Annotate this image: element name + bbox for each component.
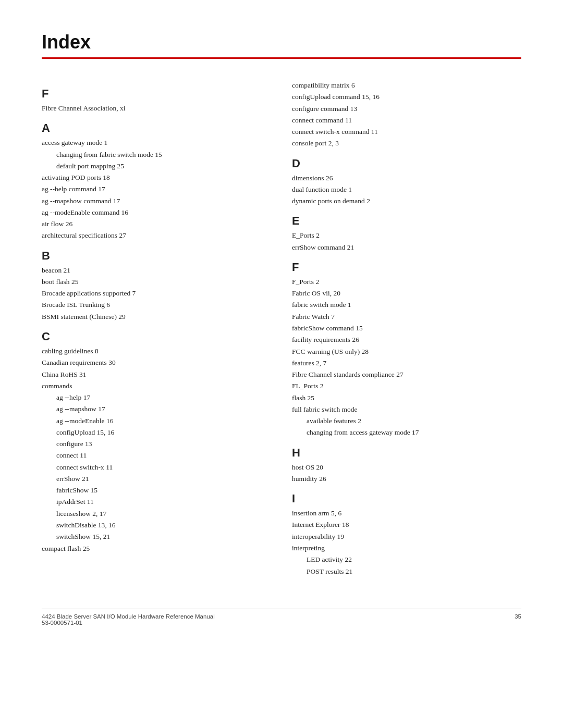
index-entry: full fabric switch mode	[292, 404, 521, 415]
index-entry: Fabric OS vii, 20	[292, 288, 521, 299]
index-entry: fabricShow command 15	[292, 323, 521, 334]
index-entry: Fabric Watch 7	[292, 311, 521, 323]
index-entry: compact flash 25	[42, 543, 271, 554]
index-entry: activating POD ports 18	[42, 172, 271, 183]
index-entry: flash 25	[292, 392, 521, 404]
index-entry: licenseshow 2, 17	[42, 508, 271, 520]
left-column: FFibre Channel Association, xiAaccess ga…	[42, 80, 271, 577]
index-entry: interpreting	[292, 542, 521, 554]
index-entry: Fibre Channel Association, xi	[42, 103, 271, 114]
section-letter: F	[292, 261, 521, 274]
index-entry: compatibility matrix 6	[292, 80, 521, 91]
index-entry: E_Ports 2	[292, 230, 521, 241]
section-letter: B	[42, 249, 271, 263]
index-entry: boot flash 25	[42, 276, 271, 288]
index-entry: Canadian requirements 30	[42, 357, 271, 368]
index-entry: ipAddrSet 11	[42, 496, 271, 508]
right-column: compatibility matrix 6configUpload comma…	[292, 80, 521, 577]
index-entry: FL_Ports 2	[292, 380, 521, 392]
index-entry: host OS 20	[292, 462, 521, 473]
index-entry: air flow 26	[42, 218, 271, 230]
index-entry: Fibre Channel standards compliance 27	[292, 369, 521, 380]
index-entry: ag --modeEnable 16	[42, 415, 271, 427]
index-entry: dimensions 26	[292, 172, 521, 184]
index-entry: default port mapping 25	[42, 161, 271, 172]
index-entry: architectural specifications 27	[42, 230, 271, 241]
index-entry: errShow 21	[42, 473, 271, 485]
index-entry: ag --mapshow command 17	[42, 195, 271, 207]
red-rule	[42, 57, 521, 59]
index-entry: ag --mapshow 17	[42, 403, 271, 415]
footer-left: 4424 Blade Server SAN I/O Module Hardwar…	[42, 613, 215, 626]
index-entry: available features 2	[292, 415, 521, 427]
index-entry: facility requirements 26	[292, 334, 521, 346]
index-entry: POST results 21	[292, 566, 521, 577]
index-entry: ag --help command 17	[42, 183, 271, 195]
index-entry: FCC warning (US only) 28	[292, 346, 521, 357]
index-entry: ag --help 17	[42, 392, 271, 403]
section-letter: A	[42, 121, 271, 135]
index-entry: connect switch-x 11	[42, 462, 271, 473]
section-letter: D	[292, 157, 521, 170]
index-entry: Brocade applications supported 7	[42, 288, 271, 299]
index-entry: Brocade ISL Trunking 6	[42, 299, 271, 311]
section-letter: C	[42, 330, 271, 343]
index-entry: beacon 21	[42, 265, 271, 276]
index-entry: access gateway mode 1	[42, 137, 271, 149]
section-letter: H	[292, 446, 521, 460]
footer-right: 35	[515, 613, 521, 626]
index-entry: configUpload command 15, 16	[292, 91, 521, 103]
index-entry: configure command 13	[292, 103, 521, 115]
index-entry: fabricShow 15	[42, 485, 271, 496]
index-entry: features 2, 7	[292, 357, 521, 369]
index-entry: connect command 11	[292, 115, 521, 126]
footer: 4424 Blade Server SAN I/O Module Hardwar…	[42, 609, 521, 626]
index-entry: console port 2, 3	[292, 138, 521, 149]
index-entry: BSMI statement (Chinese) 29	[42, 311, 271, 323]
index-entry: switchDisable 13, 16	[42, 520, 271, 531]
index-entry: China RoHS 31	[42, 369, 271, 380]
index-entry: Internet Explorer 18	[292, 519, 521, 530]
index-entry: dynamic ports on demand 2	[292, 195, 521, 207]
index-entry: connect 11	[42, 450, 271, 461]
index-entry: dual function mode 1	[292, 184, 521, 195]
index-entry: commands	[42, 380, 271, 392]
index-entry: changing from access gateway mode 17	[292, 427, 521, 438]
index-entry: interoperability 19	[292, 531, 521, 542]
index-entry: errShow command 21	[292, 242, 521, 253]
index-entry: cabling guidelines 8	[42, 346, 271, 357]
index-entry: humidity 26	[292, 473, 521, 485]
section-letter: F	[42, 87, 271, 101]
index-entry: insertion arm 5, 6	[292, 508, 521, 519]
index-entry: F_Ports 2	[292, 276, 521, 288]
index-entry: switchShow 15, 21	[42, 531, 271, 542]
index-entry: configUpload 15, 16	[42, 427, 271, 438]
index-entry: changing from fabric switch mode 15	[42, 149, 271, 161]
index-entry: configure 13	[42, 438, 271, 450]
index-entry: connect switch-x command 11	[292, 126, 521, 138]
page-title: Index	[42, 31, 521, 53]
index-entry: LED activity 22	[292, 554, 521, 565]
index-entry: ag --modeEnable command 16	[42, 207, 271, 218]
index-entry: fabric switch mode 1	[292, 299, 521, 311]
section-letter: E	[292, 214, 521, 228]
section-letter: I	[292, 492, 521, 505]
